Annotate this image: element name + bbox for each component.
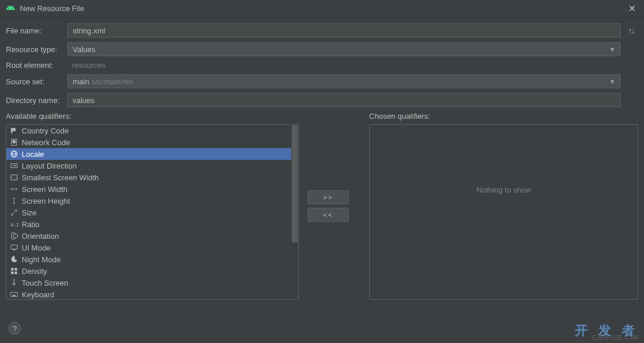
- qualifier-item-label: Size: [22, 208, 36, 217]
- qualifier-item-night[interactable]: Night Mode: [6, 253, 298, 265]
- svg-point-17: [13, 279, 15, 280]
- network-icon: [10, 138, 18, 146]
- svg-rect-16: [15, 272, 17, 274]
- sourceset-path: src/main/res: [91, 77, 133, 86]
- nothing-to-show-text: Nothing to show: [370, 186, 638, 194]
- chevron-down-icon: ▼: [609, 78, 615, 85]
- android-icon: [6, 3, 15, 14]
- qualifier-item-width[interactable]: Screen Width: [6, 183, 298, 195]
- qualifier-item-size[interactable]: Size: [6, 207, 298, 218]
- scrollbar-thumb[interactable]: [292, 125, 298, 242]
- qualifier-item-label: Orientation: [22, 232, 59, 241]
- touch-icon: [10, 279, 18, 287]
- qualifier-item-ratio[interactable]: 4:3Ratio: [6, 218, 298, 230]
- qualifier-item-label: Density: [22, 267, 47, 276]
- add-qualifier-button[interactable]: >>: [308, 190, 349, 204]
- qualifier-item-label: Screen Width: [22, 185, 67, 194]
- filename-label: File name:: [6, 26, 67, 35]
- qualifier-item-label: Touch Screen: [22, 279, 69, 287]
- chosen-qualifiers-list[interactable]: Nothing to show: [369, 124, 638, 300]
- svg-text:4:3: 4:3: [11, 222, 18, 228]
- dirname-input[interactable]: [67, 93, 621, 107]
- night-icon: [10, 255, 18, 263]
- uimode-icon: [10, 243, 18, 252]
- svg-rect-12: [13, 249, 15, 251]
- remove-qualifier-button[interactable]: <<: [308, 208, 349, 222]
- sort-toggle-icon[interactable]: ↑↓: [624, 26, 638, 35]
- qualifier-item-orientation[interactable]: Orientation: [6, 230, 298, 242]
- qualifier-item-touch[interactable]: Touch Screen: [6, 277, 298, 289]
- qualifier-item-label: UI Mode: [22, 243, 50, 252]
- qualifier-item-label: Screen Height: [22, 197, 70, 205]
- window-title: New Resource File: [20, 4, 84, 13]
- help-button[interactable]: ?: [8, 322, 21, 335]
- available-qualifiers-label: Available qualifiers:: [6, 112, 299, 121]
- available-qualifiers-list[interactable]: Country CodeNetwork CodeLocaleLayout Dir…: [6, 124, 299, 300]
- svg-rect-11: [11, 245, 18, 249]
- qualifier-item-keyboard[interactable]: Keyboard: [6, 289, 298, 300]
- qualifier-item-label: Night Mode: [22, 255, 60, 264]
- size-icon: [10, 208, 18, 217]
- globe-icon: [10, 150, 18, 158]
- qualifier-item-smallest[interactable]: Smallest Screen Width: [6, 172, 298, 183]
- qualifier-item-label: Smallest Screen Width: [22, 173, 99, 182]
- qualifier-item-label: Layout Direction: [22, 162, 77, 170]
- rootelem-value: resources: [67, 61, 621, 70]
- chevron-down-icon: ▼: [609, 46, 615, 53]
- qualifier-item-uimode[interactable]: UI Mode: [6, 242, 298, 253]
- svg-rect-0: [11, 128, 13, 133]
- layoutdir-icon: [10, 162, 18, 170]
- qualifier-item-density[interactable]: Density: [6, 265, 298, 277]
- qualifier-item-network[interactable]: Network Code: [6, 136, 298, 148]
- svg-rect-15: [11, 272, 13, 274]
- dirname-label: Directory name:: [6, 96, 67, 105]
- sourceset-value: main: [73, 77, 89, 86]
- title-bar: New Resource File ✕: [0, 0, 644, 18]
- restype-value: Values: [73, 45, 96, 54]
- qualifier-item-label: Country Code: [22, 126, 69, 135]
- qualifier-item-label: Keyboard: [22, 290, 54, 299]
- svg-rect-14: [15, 268, 17, 270]
- filename-input[interactable]: [67, 23, 621, 37]
- qualifier-item-layoutdir[interactable]: Layout Direction: [6, 160, 298, 172]
- svg-rect-13: [11, 268, 13, 270]
- sourceset-select[interactable]: main src/main/res ▼: [67, 74, 621, 88]
- scrollbar-track[interactable]: [291, 125, 298, 299]
- smallest-icon: [10, 173, 18, 181]
- keyboard-icon: [10, 290, 18, 299]
- country-icon: [10, 126, 18, 135]
- watermark-text: 开 发 者: [575, 322, 638, 339]
- qualifier-item-label: Locale: [22, 150, 44, 159]
- qualifier-item-globe[interactable]: Locale: [6, 148, 298, 160]
- rootelem-label: Root element:: [6, 61, 67, 70]
- svg-rect-10: [13, 234, 18, 237]
- qualifier-item-label: Network Code: [22, 138, 70, 147]
- svg-rect-2: [12, 140, 15, 143]
- density-icon: [10, 267, 18, 275]
- ratio-icon: 4:3: [10, 220, 18, 228]
- qualifier-item-country[interactable]: Country Code: [6, 125, 298, 136]
- form-area: File name: ↑↓ Resource type: Values ▼ Ro…: [0, 18, 644, 107]
- chosen-qualifiers-label: Chosen qualifiers:: [369, 112, 638, 121]
- close-icon[interactable]: ✕: [626, 3, 638, 14]
- sourceset-label: Source set:: [6, 77, 67, 86]
- restype-label: Resource type:: [6, 45, 67, 54]
- orientation-icon: [10, 232, 18, 240]
- width-icon: [10, 185, 18, 193]
- qualifier-item-height[interactable]: Screen Height: [6, 195, 298, 207]
- watermark-sub-text: CSDEVZE.CoM: [592, 334, 638, 341]
- height-icon: [10, 197, 18, 205]
- restype-select[interactable]: Values ▼: [67, 42, 621, 56]
- qualifier-item-label: Ratio: [22, 220, 39, 229]
